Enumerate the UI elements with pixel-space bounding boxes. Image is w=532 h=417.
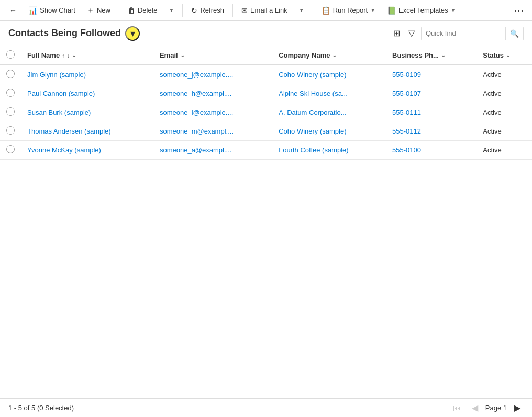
select-all-checkbox[interactable] — [6, 50, 15, 59]
full-name-link-4[interactable]: Yvonne McKay (sample) — [27, 146, 101, 154]
email-cell-1: someone_h@exampl.... — [153, 84, 272, 103]
email-link-1[interactable]: someone_h@exampl.... — [160, 90, 232, 97]
delete-icon: 🗑 — [128, 6, 135, 15]
excel-templates-button[interactable]: 📗 Excel Templates ▼ — [382, 4, 461, 17]
run-report-label: Run Report — [333, 6, 368, 14]
filter-button[interactable]: ▽ — [406, 26, 417, 40]
table-row: Yvonne McKay (sample) someone_a@exampl..… — [0, 141, 532, 160]
filter-icon: ▽ — [408, 29, 415, 38]
phone-link-4[interactable]: 555-0100 — [392, 146, 421, 154]
col-header-company-name: Company Name ⌄ — [272, 46, 386, 65]
company-dropdown-icon[interactable]: ⌄ — [332, 52, 337, 59]
divider-2 — [182, 4, 183, 17]
edit-columns-icon: ⊞ — [393, 29, 400, 38]
refresh-label: Refresh — [200, 6, 224, 14]
company-link-3[interactable]: Coho Winery (sample) — [279, 127, 346, 135]
back-button[interactable]: ← — [4, 4, 22, 17]
edit-columns-button[interactable]: ⊞ — [391, 26, 402, 40]
show-chart-button[interactable]: 📊 Show Chart — [23, 4, 81, 17]
row-radio-1[interactable] — [6, 89, 15, 97]
new-button[interactable]: ＋ New — [82, 4, 116, 17]
email-link-button[interactable]: ✉ Email a Link — [236, 4, 293, 17]
toolbar: ← 📊 Show Chart ＋ New 🗑 Delete ▼ ↻ Refres… — [0, 0, 532, 21]
full-name-cell-2: Susan Burk (sample) — [21, 103, 153, 122]
search-input[interactable] — [422, 27, 505, 39]
email-link-0[interactable]: someone_j@example.... — [160, 71, 233, 79]
status-cell-3: Active — [476, 122, 532, 141]
excel-templates-label: Excel Templates — [398, 6, 448, 14]
table-row: Susan Burk (sample) someone_l@example...… — [0, 103, 532, 122]
phone-link-1[interactable]: 555-0107 — [392, 90, 421, 97]
company-cell-0: Coho Winery (sample) — [272, 65, 386, 84]
full-name-cell-0: Jim Glynn (sample) — [21, 65, 153, 84]
refresh-button[interactable]: ↻ Refresh — [186, 4, 229, 17]
full-name-dropdown-icon[interactable]: ⌄ — [72, 52, 76, 59]
dropdown-chevron-icon: ▾ — [130, 28, 135, 39]
email-link-3[interactable]: someone_m@exampl.... — [160, 127, 234, 135]
show-chart-label: Show Chart — [40, 6, 75, 14]
refresh-icon: ↻ — [191, 6, 197, 15]
phone-dropdown-icon[interactable]: ⌄ — [441, 52, 446, 59]
row-select-4 — [0, 141, 21, 160]
delete-button[interactable]: 🗑 Delete — [123, 4, 163, 17]
search-button[interactable]: 🔍 — [505, 27, 523, 40]
sort-desc-icon[interactable]: ↓ — [67, 52, 70, 59]
email-link-dropdown-button[interactable]: ▼ — [294, 5, 309, 15]
run-report-button[interactable]: 📋 Run Report ▼ — [316, 4, 381, 17]
phone-link-0[interactable]: 555-0109 — [392, 71, 421, 79]
phone-link-2[interactable]: 555-0111 — [392, 108, 421, 116]
email-cell-3: someone_m@exampl.... — [153, 122, 272, 141]
row-select-3 — [0, 122, 21, 141]
email-cell-0: someone_j@example.... — [153, 65, 272, 84]
delete-dropdown-button[interactable]: ▼ — [164, 5, 180, 15]
row-select-1 — [0, 84, 21, 103]
email-dropdown-icon[interactable]: ⌄ — [180, 52, 185, 59]
view-actions: ⊞ ▽ 🔍 — [391, 26, 524, 40]
divider-1 — [119, 4, 119, 17]
sort-asc-icon[interactable]: ↑ — [62, 52, 65, 59]
full-name-link-1[interactable]: Paul Cannon (sample) — [27, 90, 95, 97]
company-cell-3: Coho Winery (sample) — [272, 122, 386, 141]
table-header-row: Full Name ↑ ↓ ⌄ Email ⌄ Company Name — [0, 46, 532, 65]
status-dropdown-icon[interactable]: ⌄ — [506, 52, 511, 59]
full-name-cell-1: Paul Cannon (sample) — [21, 84, 153, 103]
excel-dropdown-arrow: ▼ — [450, 7, 456, 13]
phone-cell-1: 555-0107 — [386, 84, 476, 103]
row-radio-4[interactable] — [6, 145, 15, 153]
full-name-link-3[interactable]: Thomas Andersen (sample) — [27, 127, 111, 135]
col-header-email: Email ⌄ — [153, 46, 272, 65]
select-all-header — [0, 46, 21, 65]
row-radio-2[interactable] — [6, 107, 15, 116]
full-name-cell-4: Yvonne McKay (sample) — [21, 141, 153, 160]
phone-cell-3: 555-0112 — [386, 122, 476, 141]
run-report-icon: 📋 — [322, 6, 330, 15]
company-link-4[interactable]: Fourth Coffee (sample) — [279, 146, 348, 154]
new-icon: ＋ — [87, 6, 94, 15]
email-dropdown-arrow: ▼ — [299, 7, 304, 13]
full-name-link-0[interactable]: Jim Glynn (sample) — [27, 71, 86, 79]
delete-label: Delete — [138, 6, 158, 14]
row-radio-0[interactable] — [6, 70, 15, 78]
phone-link-3[interactable]: 555-0112 — [392, 127, 421, 135]
row-radio-3[interactable] — [6, 126, 15, 135]
col-header-full-name: Full Name ↑ ↓ ⌄ — [21, 46, 153, 65]
view-title-dropdown-button[interactable]: ▾ — [125, 26, 140, 41]
back-icon: ← — [9, 6, 17, 15]
company-link-2[interactable]: A. Datum Corporatio... — [279, 108, 346, 116]
table-row: Thomas Andersen (sample) someone_m@examp… — [0, 122, 532, 141]
run-report-arrow: ▼ — [370, 7, 375, 13]
chart-icon: 📊 — [28, 6, 37, 15]
email-link-2[interactable]: someone_l@example.... — [160, 108, 233, 116]
full-name-link-2[interactable]: Susan Burk (sample) — [27, 108, 91, 116]
company-link-1[interactable]: Alpine Ski House (sa... — [279, 90, 348, 97]
more-options-button[interactable]: ⋯ — [510, 3, 528, 18]
search-icon: 🔍 — [510, 29, 519, 38]
email-cell-2: someone_l@example.... — [153, 103, 272, 122]
company-link-0[interactable]: Coho Winery (sample) — [279, 71, 346, 79]
view-header: Contacts Being Followed ▾ ⊞ ▽ 🔍 — [0, 21, 532, 46]
email-link-4[interactable]: someone_a@exampl.... — [160, 146, 232, 154]
table-row: Paul Cannon (sample) someone_h@exampl...… — [0, 84, 532, 103]
company-cell-2: A. Datum Corporatio... — [272, 103, 386, 122]
status-cell-0: Active — [476, 65, 532, 84]
table-container: Full Name ↑ ↓ ⌄ Email ⌄ Company Name — [0, 46, 532, 160]
